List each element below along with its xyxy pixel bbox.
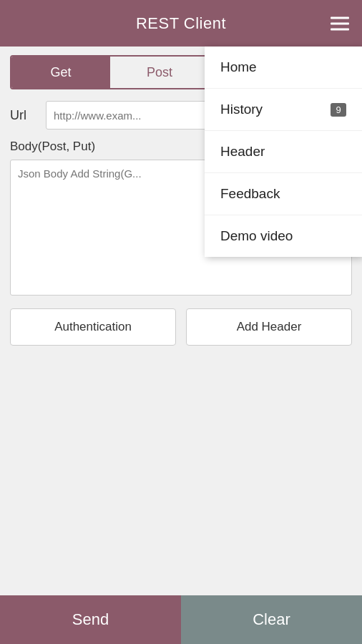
app-header: REST Client	[0, 0, 362, 47]
history-badge: 9	[331, 103, 346, 117]
add-header-button[interactable]: Add Header	[186, 308, 352, 346]
dropdown-item-home[interactable]: Home	[205, 47, 362, 89]
dropdown-home-label: Home	[220, 59, 257, 75]
bottom-bar: Send Clear	[0, 595, 362, 644]
dropdown-feedback-label: Feedback	[220, 186, 280, 202]
clear-button[interactable]: Clear	[181, 595, 362, 644]
action-buttons: Authentication Add Header	[10, 308, 352, 346]
post-button[interactable]: Post	[110, 57, 209, 88]
app-title: REST Client	[136, 14, 226, 33]
dropdown-item-demo-video[interactable]: Demo video	[205, 215, 362, 257]
menu-icon[interactable]	[331, 16, 349, 30]
dropdown-menu: Home History 9 Header Feedback Demo vide…	[205, 47, 362, 257]
send-button[interactable]: Send	[0, 595, 181, 644]
authentication-button[interactable]: Authentication	[10, 308, 176, 346]
dropdown-history-label: History	[220, 102, 263, 117]
url-label: Url	[10, 108, 39, 123]
dropdown-header-label: Header	[220, 144, 265, 160]
dropdown-item-header[interactable]: Header	[205, 131, 362, 173]
get-button[interactable]: Get	[11, 57, 110, 88]
dropdown-item-history[interactable]: History 9	[205, 89, 362, 131]
dropdown-item-feedback[interactable]: Feedback	[205, 173, 362, 215]
dropdown-demo-video-label: Demo video	[220, 228, 293, 244]
method-selector: Get Post	[10, 55, 210, 89]
